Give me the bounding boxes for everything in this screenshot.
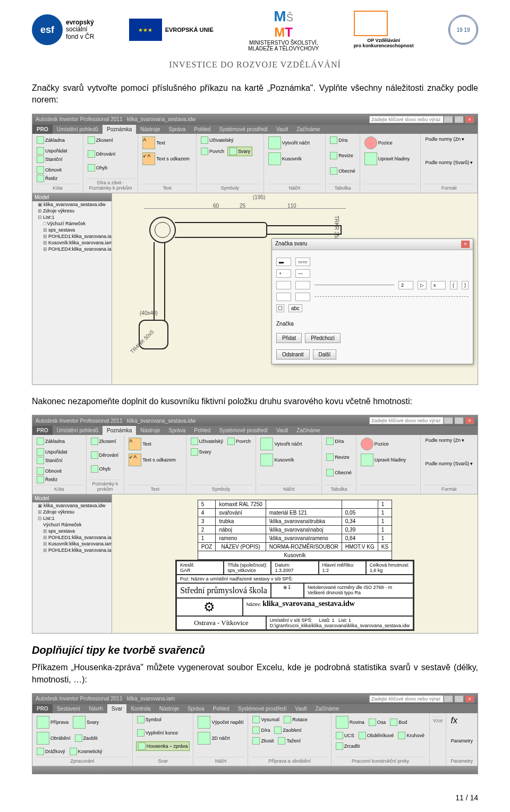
ribbon-item-kruhove[interactable]: Kruhové xyxy=(397,731,426,740)
close-button[interactable]: × xyxy=(465,116,474,123)
maximize-button[interactable]: □ xyxy=(454,417,464,424)
ribbon-item-pozice[interactable]: Pozice xyxy=(363,136,394,150)
ribbon-item-rovina[interactable]: Rovina xyxy=(335,715,366,729)
ribbon-item-kusovnik[interactable]: Kusovník xyxy=(267,152,303,166)
ribbon-item-zakladna[interactable]: Základna xyxy=(36,136,66,144)
ribbon-item-stanicni[interactable]: Staniční xyxy=(36,155,64,164)
search-input[interactable] xyxy=(369,116,444,123)
ribbon-item-ohyb[interactable]: Ohyb xyxy=(87,164,109,172)
drawing-canvas[interactable]: (195) 60 25 110 TRKR 35x4 (40x40) TR4HR … xyxy=(112,193,478,384)
dialog-close-button[interactable]: × xyxy=(461,241,470,248)
maximize-button[interactable]: □ xyxy=(454,116,464,123)
tree-item[interactable]: ⊞sps_sestava xyxy=(32,528,112,534)
tab-pro[interactable]: PRO xyxy=(32,125,53,134)
tree-item[interactable]: ▣klika_svarovana_sestava.idw xyxy=(32,502,112,509)
ribbon-item-zaoblit[interactable]: Zaoblit xyxy=(74,731,99,745)
ribbon-item-osa[interactable]: Osa xyxy=(368,715,387,729)
ribbon-item-hladiny[interactable]: Upravit hladiny xyxy=(363,152,411,166)
ribbon-item-drazkovy[interactable]: Drážkový xyxy=(36,747,66,756)
ribbon-item-nacrt[interactable]: Vytvořit náčrt xyxy=(267,136,311,150)
ribbon-item-obnovit[interactable]: Obnovit xyxy=(36,467,63,475)
weld-val-paren[interactable]: ( xyxy=(450,281,457,289)
btn-pridat[interactable]: Přidat xyxy=(276,333,302,343)
ribbon-item-rotace[interactable]: Rotace xyxy=(283,715,309,724)
ribbon-item-zkoseni[interactable]: Zkosení xyxy=(87,136,114,144)
ribbon-item-zakladna[interactable]: Základna xyxy=(36,437,66,446)
ribbon-item-usporadat[interactable]: Uspořádat xyxy=(36,147,69,155)
tree-item[interactable]: ⊞Zdroje výkresu xyxy=(32,208,112,214)
tab-zaciname[interactable]: Začínáme xyxy=(292,125,324,134)
weld-field[interactable] xyxy=(276,281,291,289)
ribbon-item-obecne[interactable]: Obecné xyxy=(329,167,356,175)
ribbon-item-ohyb[interactable]: Ohyb xyxy=(90,465,112,473)
btn-dalsi[interactable]: Další xyxy=(313,349,337,360)
ribbon-item-retez[interactable]: Řetěz xyxy=(36,475,59,484)
ribbon-item-dira3[interactable]: Díra xyxy=(251,726,271,734)
maximize-button[interactable]: □ xyxy=(454,695,464,703)
tab-sprava[interactable]: Správa xyxy=(183,704,209,713)
weld-field[interactable] xyxy=(295,293,310,301)
tab-pohled[interactable]: Pohled xyxy=(190,426,215,435)
ribbon-item-vyplneni[interactable]: Vyplnění konce xyxy=(136,729,179,737)
ribbon-item-parametry[interactable]: Parametry xyxy=(449,738,474,744)
ribbon-item-norma2[interactable]: Podle normy (Svarů) ▾ xyxy=(424,159,474,166)
btn-odstranit[interactable]: Odstranit xyxy=(276,349,310,360)
ribbon-item-obnovit[interactable]: Obnovit xyxy=(36,166,63,174)
ribbon-item-obrabeni[interactable]: Obrábění xyxy=(36,731,72,745)
ribbon-item-povrch[interactable]: Povrch xyxy=(226,437,252,446)
ribbon-item-pozice[interactable]: Pozice xyxy=(360,437,390,451)
table-row[interactable]: 1rameno\klika_svarovana\rameno0,841 xyxy=(198,534,392,543)
tab-pohled[interactable]: Pohled xyxy=(190,125,215,134)
ribbon-item-svary[interactable]: Svary xyxy=(190,448,212,456)
close-button[interactable]: × xyxy=(465,417,474,424)
tab-umisteni[interactable]: Umístění pohledů xyxy=(53,426,103,435)
ribbon-item-zrcadlit[interactable]: Zrcadlit xyxy=(335,742,361,750)
tab-nastroje[interactable]: Nástroje xyxy=(136,426,164,435)
weld-field[interactable]: ▭▭ xyxy=(295,258,310,266)
ribbon-item-text-odkazem[interactable]: ↙AText s odkazem xyxy=(141,152,191,166)
tab-svar[interactable]: Svar xyxy=(107,704,127,713)
tab-pohled[interactable]: Pohled xyxy=(209,704,234,713)
ribbon-item-bod[interactable]: Bod xyxy=(389,715,408,729)
tab-sysprostredi[interactable]: Systémové prostředí xyxy=(215,426,272,435)
tree-item[interactable]: ⊞POHLED1:klika_svarovana.iam xyxy=(32,233,112,240)
tab-sysprostredi[interactable]: Systémové prostředí xyxy=(234,704,291,713)
ribbon-item-revize[interactable]: Revize xyxy=(329,151,354,160)
weld-field[interactable]: — xyxy=(295,269,310,278)
tree-item[interactable]: ⊞Kusovník:klika_svarovana.iam xyxy=(32,541,112,547)
tab-pro[interactable]: PRO xyxy=(32,426,53,435)
weld-field[interactable]: ▬ xyxy=(276,258,291,266)
drawing-canvas-2[interactable]: 5komaxit RAL 72501 4svařovánímateriál EB… xyxy=(112,494,478,633)
tree-item[interactable]: ⊞sps_sestava xyxy=(32,227,112,233)
search-input[interactable] xyxy=(369,417,444,424)
tree-item[interactable]: Výchozí Rámeček xyxy=(32,522,112,528)
ribbon-item-text-odkazem[interactable]: ↙AText s odkazem xyxy=(128,453,177,467)
ribbon-item-hladiny[interactable]: Upravit hladiny xyxy=(360,453,407,467)
tab-vault[interactable]: Vault xyxy=(272,426,292,435)
tree-item[interactable]: ⊞Kusovník:klika_svarovana.iam xyxy=(32,240,112,246)
ribbon-item-derovani[interactable]: Děrování xyxy=(87,150,117,158)
tab-sprava[interactable]: Správa xyxy=(165,125,190,134)
tab-poznamka[interactable]: Poznámka xyxy=(103,125,136,134)
model-browser[interactable]: Model ▣klika_svarovana_sestava.idw ⊞Zdro… xyxy=(32,494,112,633)
tab-pro[interactable]: PRO xyxy=(32,704,53,713)
table-row[interactable]: 2náboj\klika_svarovana\naboj0,391 xyxy=(198,526,392,534)
tree-item[interactable]: ⊞POHLED4:klika_svarovana.iam xyxy=(32,246,112,252)
dialog-titlebar[interactable]: Značka svaru × xyxy=(272,239,473,250)
ribbon-item-svary[interactable]: Svary xyxy=(72,715,100,729)
tab-sysprostredi[interactable]: Systémové prostředí xyxy=(215,125,272,134)
minimize-button[interactable]: – xyxy=(444,116,453,123)
ribbon-item-revize[interactable]: Revize xyxy=(325,453,351,461)
tree-item[interactable]: ⊞POHLED1:klika_svarovana.iam xyxy=(32,534,112,541)
close-button[interactable]: × xyxy=(465,695,474,703)
ribbon-item-vysunuti[interactable]: Vysunutí xyxy=(251,715,280,724)
tree-item[interactable]: ⊟List:1 xyxy=(32,515,112,522)
ribbon-item-uzivatelsky[interactable]: Uživatelský xyxy=(200,136,235,144)
ribbon-item-tazeni[interactable]: Tažení xyxy=(277,737,302,745)
weld-abc[interactable]: abc xyxy=(288,304,302,312)
minimize-button[interactable]: – xyxy=(444,695,453,703)
tree-item[interactable]: ▣klika_svarovana_sestava.idw xyxy=(32,201,112,208)
ribbon-item-symbol[interactable]: Symbol xyxy=(136,715,163,724)
ribbon-item-povrch[interactable]: Povrch xyxy=(200,147,225,156)
weld-field[interactable]: + xyxy=(276,269,291,278)
